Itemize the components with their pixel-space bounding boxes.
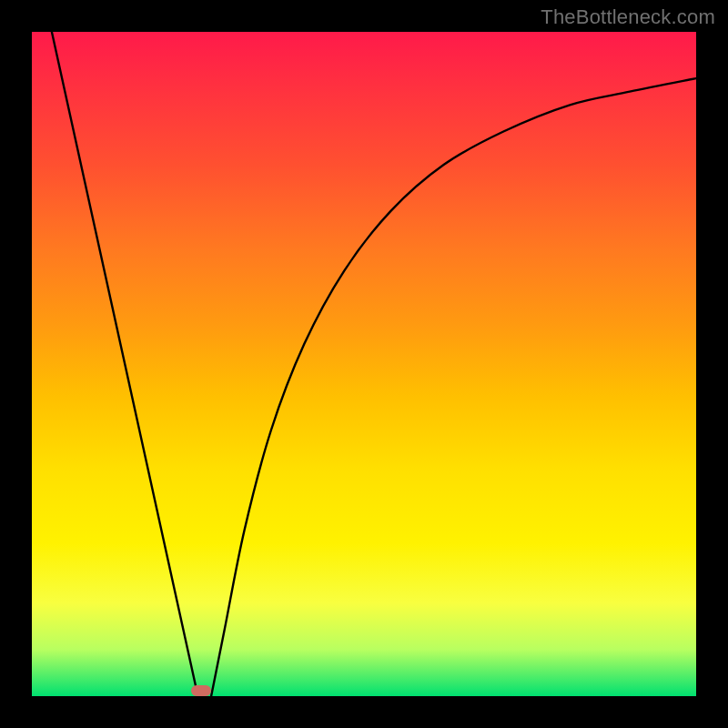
plot-area	[32, 32, 696, 696]
min-marker	[191, 685, 211, 696]
chart-frame: TheBottleneck.com	[0, 0, 728, 728]
left-line-path	[52, 32, 198, 696]
curve-svg	[32, 32, 696, 696]
right-curve-path	[211, 78, 696, 696]
watermark-text: TheBottleneck.com	[541, 5, 715, 29]
